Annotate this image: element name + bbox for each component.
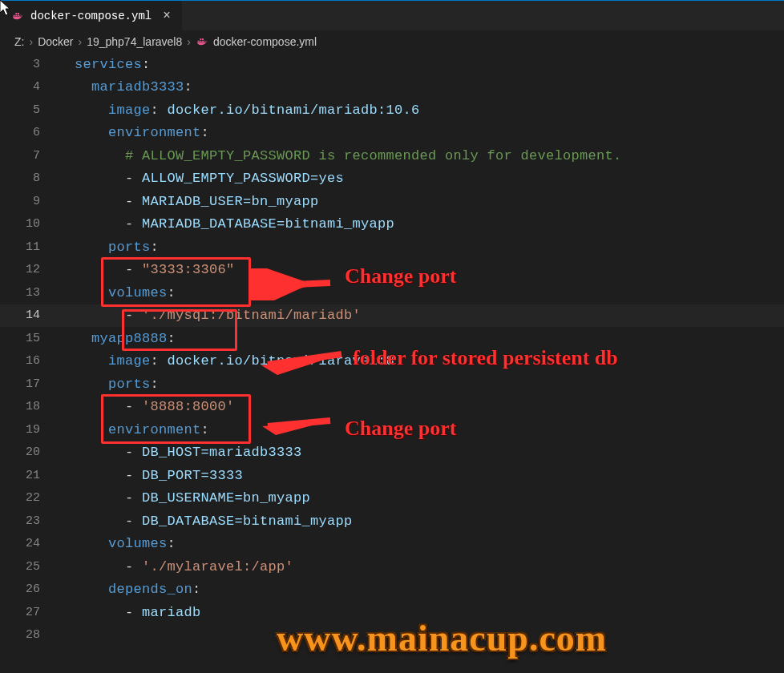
line-number: 21: [0, 469, 58, 482]
file-tab[interactable]: docker-compose.yml ×: [0, 1, 183, 30]
line-number: 19: [0, 423, 58, 437]
line-number: 27: [0, 606, 58, 619]
code-content: - DB_HOST=mariadb3333: [58, 445, 302, 459]
code-content: environment:: [58, 423, 209, 437]
line-number: 11: [0, 240, 58, 254]
line-number: 7: [0, 149, 58, 163]
line-number: 10: [0, 217, 58, 231]
line-number: 5: [0, 103, 58, 117]
breadcrumb-item[interactable]: docker-compose.yml: [213, 35, 317, 48]
code-line[interactable]: 24 volumes:: [0, 533, 784, 556]
code-line[interactable]: 27 - mariadb: [0, 601, 784, 624]
code-line[interactable]: 18 - '8888:8000': [0, 396, 784, 419]
breadcrumb-item[interactable]: Docker: [38, 35, 73, 48]
code-editor[interactable]: 3 services:4 mariadb3333:5 image: docker…: [0, 53, 784, 647]
code-content: - DB_USERNAME=bn_myapp: [58, 491, 310, 505]
code-line[interactable]: 13 volumes:: [0, 281, 784, 304]
code-content: - './mysql:/bitnami/mariadb': [58, 308, 361, 322]
line-number: 16: [0, 354, 58, 368]
line-number: 9: [0, 195, 58, 208]
code-content: environment:: [58, 126, 209, 139]
code-content: - ALLOW_EMPTY_PASSWORD=yes: [58, 171, 344, 185]
code-content: # ALLOW_EMPTY_PASSWORD is recommended on…: [58, 149, 622, 163]
line-number: 20: [0, 445, 58, 459]
code-line[interactable]: 16 image: docker.io/bitnami/laravel:8: [0, 350, 784, 373]
line-number: 15: [0, 332, 58, 345]
docker-icon: [11, 10, 24, 22]
chevron-right-icon: ›: [78, 35, 82, 48]
line-number: 8: [0, 171, 58, 185]
line-number: 12: [0, 263, 58, 276]
code-line[interactable]: 19 environment:: [0, 418, 784, 441]
code-line[interactable]: 14 - './mysql:/bitnami/mariadb': [0, 304, 784, 328]
line-number: 13: [0, 286, 58, 300]
code-line[interactable]: 8 - ALLOW_EMPTY_PASSWORD=yes: [0, 167, 784, 191]
code-line[interactable]: 3 services:: [0, 53, 784, 76]
code-content: - DB_PORT=3333: [58, 469, 243, 482]
line-number: 3: [0, 58, 58, 71]
code-content: mariadb3333:: [58, 80, 192, 94]
tab-filename: docker-compose.yml: [30, 10, 152, 22]
chevron-right-icon: ›: [187, 35, 191, 48]
code-line[interactable]: 12 - "3333:3306": [0, 259, 784, 282]
line-number: 24: [0, 537, 58, 550]
code-content: - MARIADB_USER=bn_myapp: [58, 195, 319, 208]
code-content: services:: [58, 58, 151, 71]
code-line[interactable]: 25 - './mylaravel:/app': [0, 555, 784, 578]
code-content: - MARIADB_DATABASE=bitnami_myapp: [58, 217, 394, 231]
breadcrumb-item[interactable]: Z:: [14, 35, 24, 48]
code-line[interactable]: 5 image: docker.io/bitnami/mariadb:10.6: [0, 99, 784, 122]
line-number: 4: [0, 80, 58, 94]
line-number: 14: [0, 308, 58, 322]
code-content: myapp8888:: [58, 332, 176, 345]
line-number: 22: [0, 491, 58, 505]
code-content: - DB_DATABASE=bitnami_myapp: [58, 514, 353, 528]
line-number: 26: [0, 582, 58, 596]
tab-bar: docker-compose.yml ×: [0, 0, 784, 30]
code-content: depends_on:: [58, 582, 201, 596]
close-icon[interactable]: ×: [163, 10, 171, 22]
code-line[interactable]: 4 mariadb3333:: [0, 76, 784, 99]
code-line[interactable]: 28: [0, 624, 784, 647]
code-line[interactable]: 10 - MARIADB_DATABASE=bitnami_myapp: [0, 213, 784, 236]
docker-icon: [196, 35, 208, 48]
code-content: image: docker.io/bitnami/laravel:8: [58, 354, 394, 368]
code-content: volumes:: [58, 537, 176, 550]
line-number: 17: [0, 377, 58, 391]
code-content: - './mylaravel:/app': [58, 560, 293, 574]
code-line[interactable]: 6 environment:: [0, 122, 784, 145]
code-content: volumes:: [58, 286, 176, 300]
code-line[interactable]: 15 myapp8888:: [0, 327, 784, 350]
code-content: ports:: [58, 377, 159, 391]
code-line[interactable]: 21 - DB_PORT=3333: [0, 464, 784, 487]
code-line[interactable]: 23 - DB_DATABASE=bitnami_myapp: [0, 510, 784, 533]
code-content: ports:: [58, 240, 159, 254]
code-line[interactable]: 7 # ALLOW_EMPTY_PASSWORD is recommended …: [0, 144, 784, 167]
code-content: - mariadb: [58, 606, 201, 619]
line-number: 25: [0, 560, 58, 574]
chevron-right-icon: ›: [29, 35, 33, 48]
code-content: - '8888:8000': [58, 400, 235, 413]
code-line[interactable]: 22 - DB_USERNAME=bn_myapp: [0, 487, 784, 510]
breadcrumb: Z: › Docker › 19_php74_laravel8 › docker…: [0, 30, 784, 53]
code-line[interactable]: 17 ports:: [0, 373, 784, 396]
line-number: 18: [0, 400, 58, 413]
breadcrumb-item[interactable]: 19_php74_laravel8: [87, 35, 182, 48]
code-content: image: docker.io/bitnami/mariadb:10.6: [58, 103, 420, 117]
line-number: 28: [0, 628, 58, 642]
line-number: 6: [0, 126, 58, 139]
code-line[interactable]: 26 depends_on:: [0, 578, 784, 602]
code-line[interactable]: 20 - DB_HOST=mariadb3333: [0, 441, 784, 465]
code-content: - "3333:3306": [58, 263, 235, 276]
line-number: 23: [0, 514, 58, 528]
code-line[interactable]: 11 ports:: [0, 236, 784, 259]
code-line[interactable]: 9 - MARIADB_USER=bn_myapp: [0, 190, 784, 213]
